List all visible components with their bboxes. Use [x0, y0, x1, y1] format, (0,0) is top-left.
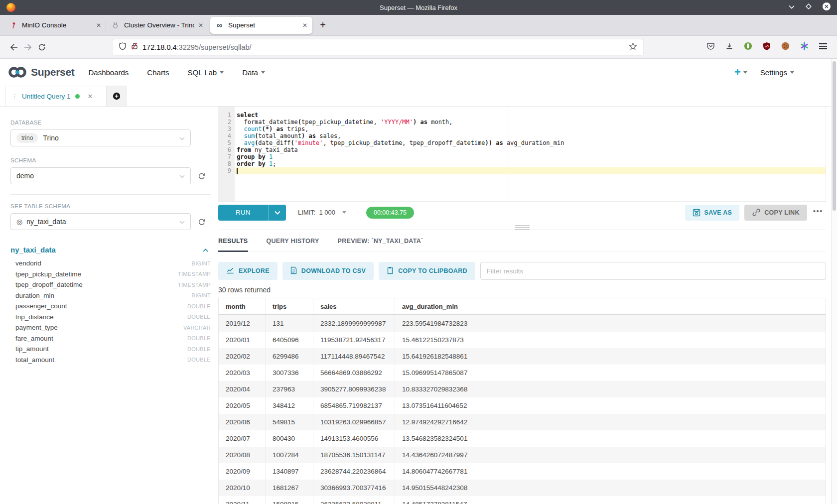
schema-column-row: payment_typeVARCHAR	[10, 322, 211, 333]
nav-item-sql-lab[interactable]: SQL Lab	[188, 68, 224, 77]
shield-icon[interactable]	[119, 42, 127, 52]
column-header-sales[interactable]: sales	[313, 298, 395, 314]
query-tab-close-icon[interactable]: ✕	[88, 93, 93, 100]
code-line: count(*) as trips,	[235, 126, 826, 132]
table-cell: 2020/10	[219, 480, 266, 496]
pocket-icon[interactable]	[706, 42, 715, 52]
bookmark-star-icon[interactable]	[629, 42, 637, 52]
editor-code[interactable]: select format_datetime(tpep_pickup_datet…	[235, 107, 826, 201]
ublock-icon[interactable]: uO	[763, 42, 771, 52]
database-label: DATABASE	[10, 120, 211, 126]
refresh-schema-icon[interactable]	[197, 172, 206, 180]
drag-handle-icon[interactable]: ⋮	[11, 93, 17, 100]
code-line: avg(date_diff('minute', tpep_pickup_date…	[235, 139, 826, 146]
code-line: order by 1;	[235, 160, 826, 167]
collapse-chevron-up-icon[interactable]	[203, 245, 208, 254]
page-scrollbar[interactable]	[831, 59, 837, 504]
nav-item-charts[interactable]: Charts	[147, 68, 169, 77]
window-close-icon[interactable]	[822, 2, 831, 13]
tab-close-icon[interactable]: ✕	[302, 22, 307, 29]
more-options-button[interactable]: •••	[812, 207, 826, 218]
url-bar[interactable]: 172.18.0.4:32295/superset/sqllab/	[113, 39, 643, 55]
schema-column-row: tpep_pickup_datetimeTIMESTAMP	[10, 269, 211, 280]
table-schema-title[interactable]: ny_taxi_data	[10, 246, 56, 254]
schema-select[interactable]: demo	[10, 167, 191, 184]
filter-results-input[interactable]	[480, 262, 826, 280]
insecure-lock-icon[interactable]	[131, 42, 138, 52]
table-cell: 14.806047742667781	[395, 463, 826, 480]
table-cell: 117114448.89467542	[313, 348, 395, 365]
column-type: BIGINT	[192, 292, 211, 298]
save-as-button[interactable]: SAVE AS	[685, 205, 740, 221]
window-maximize-icon[interactable]	[805, 3, 812, 12]
privacy-badger-icon[interactable]	[744, 42, 752, 52]
sidebar-divider	[10, 194, 211, 195]
spark-extension-icon[interactable]	[800, 42, 809, 52]
column-type: DOUBLE	[187, 303, 211, 309]
new-tab-button[interactable]: +	[314, 17, 331, 34]
svg-text:uO: uO	[765, 45, 769, 48]
chevron-down-icon	[743, 71, 747, 74]
table-row: 2020/042379633905277.809993623810.833327…	[219, 381, 826, 397]
column-header-avg_duration_min[interactable]: avg_duration_min	[395, 298, 826, 314]
table-select[interactable]: ◎ ny_taxi_data	[10, 213, 191, 230]
pane-resize-handle[interactable]	[218, 223, 826, 230]
results-tab-results[interactable]: RESULTS	[218, 230, 248, 252]
table-row: 2020/08100728418705536.15013114714.43642…	[219, 447, 826, 463]
table-cell: 14913153.4600556	[313, 430, 395, 447]
nav-item-dashboards[interactable]: Dashboards	[88, 68, 129, 77]
browser-toolbar: 172.18.0.4:32295/superset/sqllab/ uO	[0, 36, 837, 59]
column-header-month[interactable]: month	[219, 298, 266, 314]
clipboard-icon	[387, 266, 394, 276]
run-options-chevron-icon[interactable]	[268, 205, 286, 221]
run-button[interactable]: RUN	[218, 205, 286, 221]
browser-tab[interactable]: Cluster Overview - Trino✕	[106, 15, 208, 36]
tab-close-icon[interactable]: ✕	[198, 22, 203, 29]
column-header-trips[interactable]: trips	[266, 298, 313, 314]
table-row: 2020/03300733656664869.0388629215.096995…	[219, 365, 826, 381]
window-title: Superset — Mozilla Firefox	[0, 4, 837, 11]
window-titlebar: Superset — Mozilla Firefox	[0, 0, 837, 15]
query-tab[interactable]: ⋮ Untitled Query 1 ✕	[5, 86, 107, 106]
cookie-extension-icon[interactable]	[781, 42, 790, 52]
table-cell: 1681267	[266, 480, 313, 496]
database-select[interactable]: trino Trino	[10, 129, 191, 146]
back-icon[interactable]	[7, 40, 21, 54]
add-query-tab-button[interactable]	[107, 86, 127, 106]
scrollbar-thumb[interactable]	[833, 61, 836, 211]
table-cell: 13.073516411604652	[395, 397, 826, 414]
hamburger-menu-icon[interactable]	[819, 43, 827, 52]
table-cell: 2020/04	[219, 381, 266, 397]
table-cell: 18705536.150131147	[313, 447, 395, 463]
table-cell: 2020/03	[219, 365, 266, 381]
forward-icon[interactable]	[21, 40, 35, 54]
refresh-table-icon[interactable]	[197, 218, 206, 226]
new-item-button[interactable]: +	[734, 66, 747, 79]
table-cell: 10.833327029832368	[395, 381, 826, 397]
line-number: 2	[218, 119, 231, 126]
table-columns-list: vendoridBIGINTtpep_pickup_datetimeTIMEST…	[10, 258, 211, 365]
query-tab-strip: ⋮ Untitled Query 1 ✕	[0, 86, 837, 107]
settings-menu[interactable]: Settings	[760, 68, 794, 77]
results-tab-preview[interactable]: PREVIEW: `NY_TAXI_DATA`	[338, 230, 423, 252]
copy-to-clipboard-button[interactable]: COPY TO CLIPBOARD	[379, 262, 475, 280]
table-row: 2020/11150891526335623.5802881114.485173…	[219, 496, 826, 504]
explore-button[interactable]: EXPLORE	[218, 262, 278, 280]
copy-link-button[interactable]: COPY LINK	[744, 205, 807, 221]
query-timer-badge: 00:00:43.75	[366, 207, 414, 219]
schema-column-row: vendoridBIGINT	[10, 258, 211, 269]
downloads-icon[interactable]	[725, 42, 733, 52]
nav-item-data[interactable]: Data	[242, 68, 265, 77]
sql-editor[interactable]: 123456789 select format_datetime(tpep_pi…	[218, 107, 826, 201]
results-tab-query-history[interactable]: QUERY HISTORY	[267, 230, 319, 252]
reload-icon[interactable]	[35, 40, 49, 54]
superset-logo[interactable]: Superset	[8, 66, 74, 79]
tab-close-icon[interactable]: ✕	[96, 22, 101, 29]
download-to-csv-button[interactable]: DOWNLOAD TO CSV	[282, 262, 374, 280]
sql-toolbar: RUN LIMIT: 1 000 00:00:43.75 SAVE AS	[218, 201, 826, 223]
limit-dropdown[interactable]: LIMIT: 1 000	[298, 209, 346, 216]
browser-tab[interactable]: MinIO Console✕	[4, 15, 106, 36]
results-table-header: monthtripssalesavg_duration_min	[219, 298, 826, 315]
browser-tab[interactable]: ∞Superset✕	[210, 17, 312, 34]
window-minimize-icon[interactable]	[788, 3, 795, 12]
